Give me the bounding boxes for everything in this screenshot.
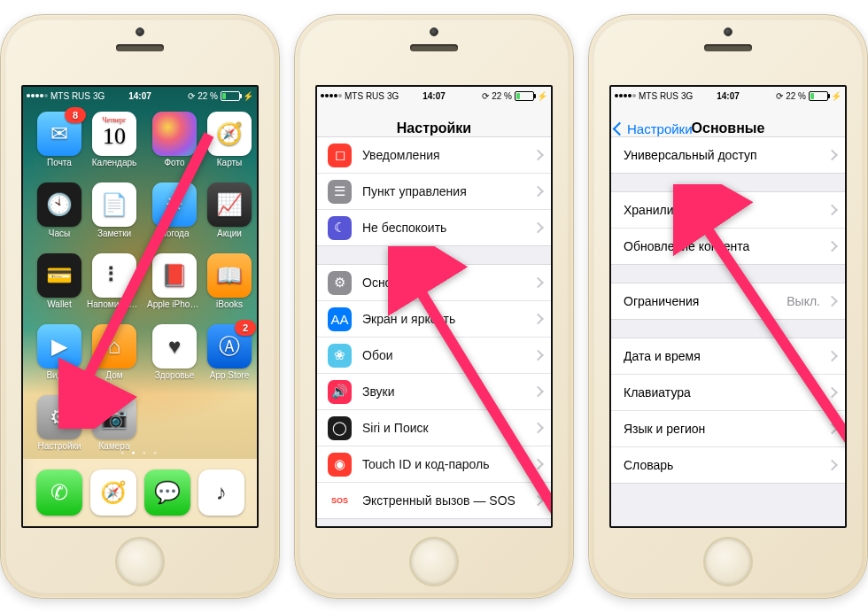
phone-icon[interactable]: ✆ bbox=[36, 469, 82, 516]
app-app store[interactable]: Ⓐ2App Store bbox=[207, 324, 252, 393]
nav-title: Настройки bbox=[397, 120, 471, 136]
row-label: Siri и Поиск bbox=[362, 421, 429, 435]
app-label: Часы bbox=[49, 229, 70, 238]
back-button[interactable]: Настройки bbox=[615, 121, 693, 136]
app-акции[interactable]: 📈Акции bbox=[207, 182, 252, 252]
row-icon: ❀ bbox=[328, 344, 352, 368]
погода-icon: ☀ bbox=[152, 182, 197, 227]
row-обновление-контента[interactable]: Обновление контента bbox=[611, 229, 845, 264]
row-пункт-управления[interactable]: ☰Пункт управления bbox=[317, 174, 551, 210]
phone-general: MTS RUS 3G 14:07 ⟳ 22 % ⚡ Настройки Осно… bbox=[588, 14, 868, 599]
row-клавиатура[interactable]: Клавиатура bbox=[611, 375, 845, 411]
row-не-беспокоить[interactable]: ☾Не беспокоить bbox=[317, 210, 551, 245]
app-погода[interactable]: ☀Погода bbox=[147, 182, 202, 252]
status-bar: MTS RUS 3G 14:07 ⟳ 22 % ⚡ bbox=[23, 87, 257, 105]
app-label: iBooks bbox=[216, 299, 243, 309]
safari-icon[interactable]: 🧭 bbox=[90, 469, 136, 516]
settings-screen: MTS RUS 3G 14:07 ⟳ 22 % ⚡ Настройки ◻Уве… bbox=[315, 85, 553, 528]
row-label: Клавиатура bbox=[624, 385, 691, 400]
row-label: Уведомления bbox=[362, 148, 440, 162]
front-camera bbox=[724, 27, 732, 36]
row-ограничения[interactable]: ОграниченияВыкл. bbox=[611, 283, 845, 319]
app-label: Фото bbox=[165, 158, 185, 167]
messages-icon[interactable]: 💬 bbox=[144, 469, 190, 516]
app-часы[interactable]: 🕙Часы bbox=[37, 182, 81, 252]
app-фото[interactable]: Фото bbox=[147, 112, 202, 181]
general-screen: MTS RUS 3G 14:07 ⟳ 22 % ⚡ Настройки Осно… bbox=[609, 85, 847, 528]
home-button[interactable] bbox=[409, 537, 459, 586]
app-label: Календарь bbox=[92, 158, 136, 167]
app-напоминания[interactable]: ⠇Напоминания bbox=[87, 253, 142, 322]
general-list[interactable]: Универсальный доступХранилище iPhoneОбно… bbox=[611, 136, 845, 526]
phone-settings: MTS RUS 3G 14:07 ⟳ 22 % ⚡ Настройки ◻Уве… bbox=[294, 14, 574, 599]
battery-icon bbox=[515, 91, 534, 101]
row-label: Хранилище iPhone bbox=[624, 203, 732, 217]
app-заметки[interactable]: 📄Заметки bbox=[87, 182, 142, 252]
calendar-icon: Четверг10 bbox=[92, 112, 136, 156]
row-label: Экстренный вызов — SOS bbox=[362, 493, 515, 508]
wallet-icon: 💳 bbox=[37, 253, 81, 298]
front-camera bbox=[136, 27, 144, 36]
app-карты[interactable]: 🧭Карты bbox=[207, 112, 252, 181]
row-уведомления[interactable]: ◻Уведомления bbox=[317, 137, 551, 174]
фото-icon bbox=[152, 112, 197, 156]
row-icon: ◉ bbox=[328, 453, 352, 477]
app-label: Почта bbox=[47, 158, 72, 167]
row-экстренный-вызов-—-sos[interactable]: SOSЭкстренный вызов — SOS bbox=[317, 483, 551, 518]
row-label: Не беспокоить bbox=[362, 221, 446, 235]
front-camera bbox=[430, 27, 438, 36]
часы-icon: 🕙 bbox=[37, 182, 81, 227]
row-label: Обновление контента bbox=[624, 239, 749, 253]
app-label: Здоровье bbox=[155, 370, 195, 380]
row-label: Словарь bbox=[624, 458, 673, 472]
row-label: Пункт управления bbox=[362, 184, 467, 198]
home-screen: MTS RUS 3G 14:07 ⟳ 22 % ⚡ ✉8ПочтаЧетверг… bbox=[21, 85, 259, 528]
row-icon: ◯ bbox=[328, 416, 352, 440]
speaker bbox=[410, 44, 458, 51]
app-wallet[interactable]: 💳Wallet bbox=[37, 253, 81, 322]
app-label: App Store bbox=[210, 370, 249, 380]
app-apple iphon…[interactable]: 📕Apple iPhon… bbox=[147, 253, 202, 322]
row-словарь[interactable]: Словарь bbox=[611, 447, 845, 483]
row-label: Язык и регион bbox=[624, 422, 705, 436]
row-detail: Выкл. bbox=[787, 294, 833, 308]
row-универсальный-доступ[interactable]: Универсальный доступ bbox=[611, 137, 845, 173]
row-icon: 🔊 bbox=[328, 380, 352, 404]
app-календарь[interactable]: Четверг10Календарь bbox=[87, 112, 142, 181]
акции-icon: 📈 bbox=[207, 182, 252, 227]
app-label: Погода bbox=[160, 229, 190, 238]
row-звуки[interactable]: 🔊Звуки bbox=[317, 374, 551, 410]
app-label: Дом bbox=[105, 370, 122, 380]
app-дом[interactable]: ⌂Дом bbox=[87, 324, 142, 393]
row-label: Основные bbox=[362, 275, 421, 290]
дом-icon: ⌂ bbox=[92, 324, 136, 369]
settings-list[interactable]: ◻Уведомления☰Пункт управления☾Не беспоко… bbox=[317, 136, 551, 526]
row-label: Touch ID и код-пароль bbox=[362, 457, 490, 471]
row-экран-и-яркость[interactable]: AAЭкран и яркость bbox=[317, 301, 551, 338]
status-bar: MTS RUS 3G 14:07 ⟳ 22 % ⚡ bbox=[611, 87, 845, 105]
app-почта[interactable]: ✉8Почта bbox=[37, 112, 81, 181]
row-siri-и-поиск[interactable]: ◯Siri и Поиск bbox=[317, 410, 551, 446]
app-label: Wallet bbox=[47, 299, 71, 309]
row-touch-id-и-код-пароль[interactable]: ◉Touch ID и код-пароль bbox=[317, 446, 551, 483]
row-icon: ⚙ bbox=[328, 271, 352, 295]
row-обои[interactable]: ❀Обои bbox=[317, 338, 551, 374]
page-dots: ● ● ● ● bbox=[23, 449, 257, 455]
row-основные[interactable]: ⚙Основные bbox=[317, 265, 551, 301]
app-видео[interactable]: ▶Видео bbox=[37, 324, 81, 393]
row-icon: ☾ bbox=[328, 216, 352, 240]
row-дата-и-время[interactable]: Дата и время bbox=[611, 338, 845, 375]
app-label: Видео bbox=[46, 370, 72, 380]
app-здоровье[interactable]: ♥Здоровье bbox=[147, 324, 202, 393]
home-button[interactable] bbox=[115, 537, 165, 586]
row-хранилище-iphone[interactable]: Хранилище iPhone bbox=[611, 192, 845, 229]
app-grid: ✉8ПочтаЧетверг10КалендарьФото🧭Карты🕙Часы… bbox=[37, 112, 243, 443]
app-ibooks[interactable]: 📖iBooks bbox=[207, 253, 252, 322]
row-язык-и-регион[interactable]: Язык и регион bbox=[611, 411, 845, 447]
видео-icon: ▶ bbox=[37, 324, 81, 369]
music-icon[interactable]: ♪ bbox=[198, 469, 244, 516]
home-button[interactable] bbox=[703, 537, 753, 586]
app-label: Заметки bbox=[97, 229, 131, 238]
почта-icon: ✉8 bbox=[37, 112, 81, 156]
напоминания-icon: ⠇ bbox=[92, 253, 136, 298]
